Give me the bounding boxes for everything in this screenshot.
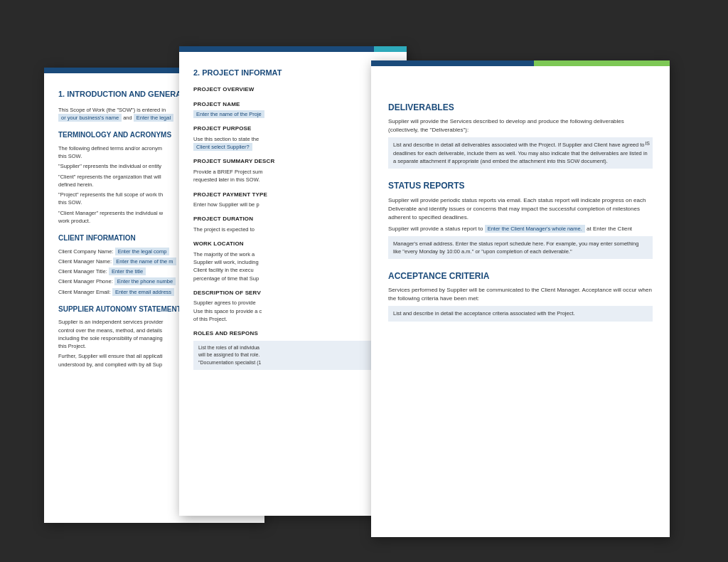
- acceptance-highlight: List and describe in detail the acceptan…: [388, 306, 653, 321]
- header-blue: [44, 68, 201, 73]
- project-name-field: Enter the name of the Proje: [193, 110, 392, 118]
- document-page-3: DELIVERABLES Supplier will provide the S…: [371, 60, 670, 537]
- status-reports-text: Supplier will provide periodic status re…: [388, 196, 653, 222]
- header-blue-2: [179, 46, 374, 52]
- deliverables-highlight: List and describe in detail all delivera…: [388, 137, 653, 169]
- description-title: DESCRIPTION OF SERV: [193, 289, 392, 297]
- roles-title: ROLES AND RESPONS: [193, 329, 392, 338]
- acceptance-title: ACCEPTANCE CRITERIA: [388, 270, 653, 282]
- status-reports-text2: Supplier will provide a status report to…: [388, 225, 653, 233]
- section2-title: 2. PROJECT INFORMAT: [193, 68, 392, 79]
- page3-content: DELIVERABLES Supplier will provide the S…: [371, 66, 670, 339]
- page2-header: [179, 46, 407, 52]
- status-reports-highlight: Manager's email address. Enter the statu…: [388, 236, 653, 260]
- overview-title: PROJECT OVERVIEW: [193, 85, 392, 94]
- deliverables-text: Supplier will provide the Services descr…: [388, 117, 653, 134]
- header-green-3: [534, 60, 670, 66]
- page3-header: [371, 60, 670, 66]
- payment-type-title: PROJECT PAYMENT TYPE: [193, 191, 392, 199]
- project-summary-title: PROJECT SUMMARY DESCR: [193, 157, 392, 166]
- deliverables-title: DELIVERABLES: [388, 102, 653, 114]
- duration-text: The project is expected to: [193, 226, 392, 233]
- work-location-title: WORK LOCATION: [193, 240, 392, 248]
- project-purpose-title: PROJECT PURPOSE: [193, 124, 392, 133]
- work-location-text: The majority of the work a Supplier will…: [193, 250, 392, 282]
- duration-title: PROJECT DURATION: [193, 215, 392, 223]
- header-teal-2: [374, 46, 407, 52]
- description-text: Supplier agrees to provide Use this spac…: [193, 299, 392, 323]
- header-blue-3: [371, 60, 534, 66]
- project-summary-text: Provide a BRIEF Project sum requested la…: [193, 168, 392, 184]
- roles-highlight: List the roles of all individua will be …: [193, 341, 392, 371]
- status-reports-title: STATUS REPORTS: [388, 180, 653, 192]
- project-name-title: PROJECT NAME: [193, 100, 392, 109]
- is-label: IS: [645, 140, 650, 148]
- payment-type-text: Enter how Supplier will be p: [193, 201, 392, 208]
- acceptance-text: Services performed by Supplier will be c…: [388, 286, 653, 303]
- project-purpose-text: Use this section to state the Client sel…: [193, 135, 392, 152]
